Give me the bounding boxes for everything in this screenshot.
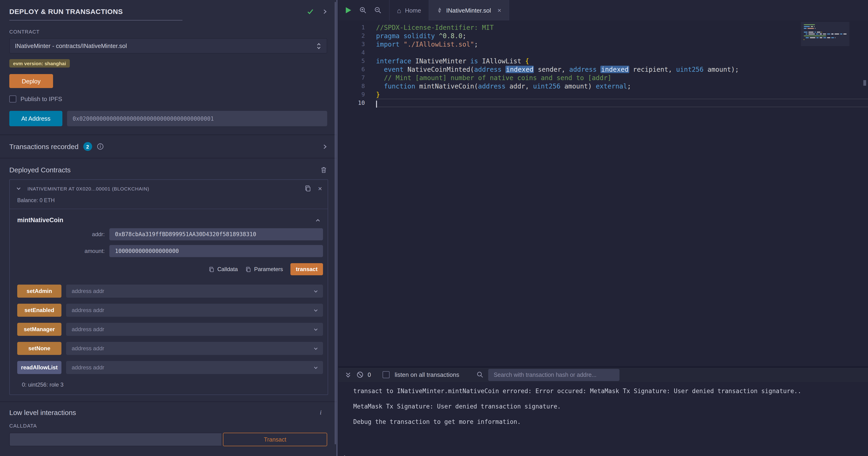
at-address-input[interactable] bbox=[67, 111, 327, 126]
terminal: 0 listen on all transactions transact to… bbox=[338, 367, 868, 456]
tab-inativeminter-sol[interactable]: INativeMinter.sol × bbox=[429, 0, 509, 21]
setNone-button[interactable]: setNone bbox=[17, 342, 61, 355]
function-row: setNone bbox=[17, 342, 323, 355]
line-numbers[interactable]: 12345678910 bbox=[338, 23, 365, 367]
terminal-prompt[interactable]: > bbox=[338, 453, 868, 456]
zoom-in-icon[interactable] bbox=[359, 6, 367, 14]
close-icon[interactable]: × bbox=[318, 185, 322, 192]
publish-ipfs-checkbox[interactable] bbox=[9, 95, 16, 103]
chevron-up-icon[interactable] bbox=[315, 217, 321, 223]
contract-select[interactable]: INativeMinter - contracts/INativeMinter.… bbox=[9, 38, 327, 54]
code-line[interactable]: import "./IAllowList.sol"; bbox=[376, 40, 868, 49]
deployed-contracts-title: Deployed Contracts bbox=[9, 166, 70, 174]
deploy-button[interactable]: Deploy bbox=[9, 74, 53, 88]
line-number[interactable]: 5 bbox=[338, 57, 365, 65]
info-icon[interactable] bbox=[97, 143, 103, 150]
terminal-search-input[interactable] bbox=[488, 369, 619, 381]
line-number[interactable]: 1 bbox=[338, 23, 365, 32]
search-icon bbox=[476, 371, 483, 378]
chevron-down-icon[interactable] bbox=[313, 365, 319, 371]
close-icon[interactable]: × bbox=[498, 7, 501, 13]
select-caret-icon bbox=[316, 42, 321, 50]
terminal-log-line: MetaMask Tx Signature: User denied trans… bbox=[353, 403, 859, 410]
addr-input[interactable] bbox=[110, 228, 323, 240]
line-number[interactable]: 6 bbox=[338, 65, 365, 74]
low-level-transact-button[interactable]: Transact bbox=[223, 433, 327, 446]
check-icon bbox=[307, 8, 314, 15]
panel-scrollbar[interactable] bbox=[335, 2, 336, 444]
contract-instance-title: INATIVEMINTER AT 0X020...00001 (BLOCKCHA… bbox=[27, 186, 149, 191]
calldata-input[interactable] bbox=[9, 433, 222, 446]
line-number[interactable]: 8 bbox=[338, 82, 365, 90]
info-icon[interactable]: i bbox=[320, 409, 327, 416]
line-number[interactable]: 9 bbox=[338, 90, 365, 99]
setManager-input[interactable] bbox=[66, 323, 323, 336]
chevron-down-icon[interactable] bbox=[313, 345, 319, 351]
call-result: 0: uint256: role 3 bbox=[22, 381, 328, 388]
line-number[interactable]: 3 bbox=[338, 40, 365, 49]
play-icon[interactable] bbox=[345, 6, 352, 14]
code-line[interactable] bbox=[376, 99, 868, 107]
zoom-out-icon[interactable] bbox=[374, 6, 382, 14]
chevron-right-icon[interactable] bbox=[321, 143, 328, 150]
code-line[interactable]: } bbox=[376, 90, 868, 99]
panel-header: DEPLOY & RUN TRANSACTIONS bbox=[0, 0, 337, 16]
setEnabled-button[interactable]: setEnabled bbox=[17, 304, 61, 317]
scrollbar-thumb[interactable] bbox=[863, 80, 866, 86]
contract-instance-header[interactable]: INATIVEMINTER AT 0X020...00001 (BLOCKCHA… bbox=[10, 180, 328, 192]
editor-scrollbar[interactable] bbox=[862, 21, 867, 367]
line-number[interactable]: 10 bbox=[338, 99, 365, 107]
code-line[interactable]: // Mint [amount] number of native coins … bbox=[376, 74, 868, 82]
chevron-down-icon[interactable] bbox=[313, 288, 319, 294]
panel-resize-handle[interactable] bbox=[337, 0, 338, 456]
code-line[interactable]: interface INativeMinter is IAllowList { bbox=[376, 57, 868, 65]
trash-icon[interactable] bbox=[320, 166, 327, 173]
code-line[interactable]: function mintNativeCoin(address addr, ui… bbox=[376, 82, 868, 90]
line-number[interactable]: 2 bbox=[338, 32, 365, 40]
minimap-slider[interactable] bbox=[801, 22, 849, 46]
tab-file-label: INativeMinter.sol bbox=[446, 7, 491, 14]
low-level-title: Low level interactions bbox=[9, 408, 76, 417]
copy-calldata-action[interactable]: Calldata bbox=[209, 266, 238, 273]
evm-version-badge: evm version: shanghai bbox=[9, 59, 70, 67]
contract-label: CONTRACT bbox=[9, 29, 327, 34]
at-address-button[interactable]: At Address bbox=[9, 111, 62, 126]
publish-ipfs-label: Publish to IPFS bbox=[21, 95, 62, 103]
terminal-log-line: transact to INativeMinter.mintNativeCoin… bbox=[353, 388, 859, 395]
function-field-row: addr: bbox=[10, 228, 328, 240]
code-editor[interactable]: 12345678910 //SPDX-License-Identifier: M… bbox=[338, 21, 868, 367]
minimap[interactable] bbox=[804, 24, 846, 43]
parameters-action-label: Parameters bbox=[254, 266, 283, 273]
code-line[interactable]: event NativeCoinMinted(address indexed s… bbox=[376, 65, 868, 74]
transactions-recorded-section[interactable]: Transactions recorded 2 bbox=[0, 135, 337, 159]
setNone-input[interactable] bbox=[66, 342, 323, 355]
copy-parameters-action[interactable]: Parameters bbox=[245, 266, 283, 273]
code-line[interactable]: pragma solidity ^0.8.0; bbox=[376, 32, 868, 40]
copy-icon[interactable] bbox=[304, 185, 311, 192]
setEnabled-input[interactable] bbox=[66, 304, 323, 317]
collapse-terminal-icon[interactable] bbox=[345, 371, 351, 378]
deployed-contracts-header: Deployed Contracts bbox=[0, 159, 337, 174]
code-line[interactable] bbox=[376, 49, 868, 57]
panel-title: DEPLOY & RUN TRANSACTIONS bbox=[9, 7, 123, 16]
chevron-right-icon[interactable] bbox=[321, 8, 328, 15]
transact-button[interactable]: transact bbox=[290, 263, 323, 275]
setAdmin-button[interactable]: setAdmin bbox=[17, 285, 61, 297]
text-cursor bbox=[376, 101, 377, 107]
line-number[interactable]: 4 bbox=[338, 49, 365, 57]
code-line[interactable]: //SPDX-License-Identifier: MIT bbox=[376, 23, 868, 32]
amount-input[interactable] bbox=[110, 245, 323, 257]
chevron-down-icon[interactable] bbox=[16, 185, 22, 192]
ban-icon[interactable] bbox=[356, 371, 364, 378]
chevron-down-icon[interactable] bbox=[313, 326, 319, 332]
line-number[interactable]: 7 bbox=[338, 74, 365, 82]
setManager-button[interactable]: setManager bbox=[17, 323, 61, 336]
listen-transactions-checkbox[interactable] bbox=[382, 371, 390, 378]
code-lines[interactable]: //SPDX-License-Identifier: MITpragma sol… bbox=[376, 23, 868, 367]
chevron-down-icon[interactable] bbox=[313, 307, 319, 313]
function-row: setAdmin bbox=[17, 285, 323, 297]
tab-home[interactable]: ⌂ Home bbox=[389, 0, 429, 21]
readAllowList-input[interactable] bbox=[66, 361, 323, 374]
setAdmin-input[interactable] bbox=[66, 285, 323, 297]
readAllowList-button[interactable]: readAllowList bbox=[17, 361, 61, 374]
